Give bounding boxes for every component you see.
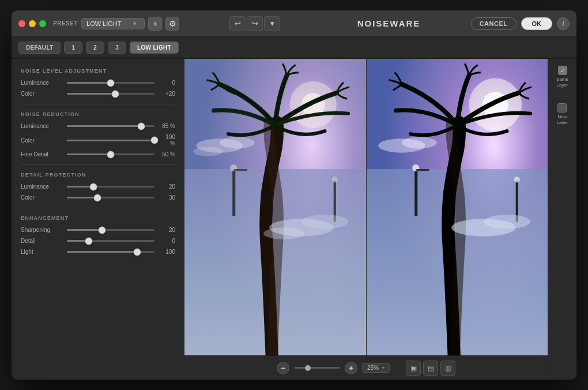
luminance-noise-reduction-value: 85 % — [159, 123, 175, 129]
svg-point-10 — [220, 137, 255, 148]
same-layer-checkbox[interactable]: ✓ — [558, 66, 567, 75]
compare-view-button[interactable]: ▥ — [440, 361, 455, 376]
redo-button[interactable]: ↪ — [247, 16, 263, 31]
light-label: Light — [21, 249, 62, 255]
svg-point-27 — [483, 215, 530, 228]
traffic-lights — [18, 20, 46, 27]
noise-reduction-section: NOISE REDUCTION Luminance 85 % Color — [21, 111, 175, 158]
bottom-bar: − + 25% ▾ ▣ ▤ ▥ — [184, 355, 548, 380]
preset-2-button[interactable]: 2 — [86, 42, 104, 54]
undo-button[interactable]: ↩ — [229, 16, 246, 31]
same-layer-label: SameLayer — [556, 77, 568, 89]
luminance-noise-level-row: Luminance 0 — [21, 80, 175, 86]
sharpening-slider[interactable] — [67, 229, 154, 231]
detail-enhancement-slider[interactable] — [67, 240, 154, 242]
color-noise-level-slider[interactable] — [67, 93, 154, 95]
sharpening-row: Sharpening 20 — [21, 227, 175, 233]
settings-icon[interactable]: ⚙ — [165, 17, 179, 31]
add-preset-button[interactable]: + — [148, 17, 162, 31]
color-detail-label: Color — [21, 194, 62, 201]
luminance-detail-row: Luminance 20 — [21, 183, 175, 190]
color-detail-row: Color 30 — [21, 194, 175, 201]
toolbar-center: ↩ ↪ ▾ Noiseware — [179, 16, 471, 31]
history-buttons: ↩ ↪ ▾ — [229, 16, 280, 31]
sharpening-label: Sharpening — [21, 227, 62, 233]
single-view-button[interactable]: ▣ — [406, 361, 421, 376]
zoom-in-button[interactable]: + — [345, 362, 357, 374]
color-noise-level-row: Color +20 — [21, 91, 175, 97]
svg-point-8 — [332, 177, 338, 182]
minimize-button[interactable] — [29, 20, 36, 27]
svg-point-14 — [263, 228, 304, 239]
preset-area: PRESET LOW LIGHT ▾ + ⚙ — [53, 17, 179, 31]
ok-button[interactable]: OK — [521, 17, 553, 30]
fine-detail-slider[interactable] — [67, 153, 154, 155]
split-view-button[interactable]: ▤ — [423, 361, 438, 376]
fine-detail-row: Fine Detail 50 % — [21, 151, 175, 158]
new-layer-checkbox[interactable] — [557, 103, 567, 112]
luminance-detail-value: 20 — [159, 183, 175, 190]
detail-protection-title: DETAIL PROTECTION — [21, 172, 175, 178]
luminance-noise-reduction-slider[interactable] — [67, 125, 154, 127]
svg-rect-21 — [416, 169, 429, 171]
view-buttons: ▣ ▤ ▥ — [406, 361, 455, 376]
preset-bar: DEFAULT 1 2 3 LOW LIGHT — [12, 37, 576, 59]
svg-point-11 — [193, 147, 223, 156]
color-noise-reduction-label: Color — [21, 137, 62, 144]
preset-3-button[interactable]: 3 — [108, 42, 126, 54]
color-detail-value: 30 — [159, 194, 175, 201]
svg-point-23 — [514, 177, 519, 182]
same-layer-option[interactable]: ✓ SameLayer — [554, 63, 571, 91]
preset-1-button[interactable]: 1 — [64, 42, 82, 54]
zoom-display[interactable]: 25% ▾ — [362, 363, 390, 373]
zoom-out-button[interactable]: − — [277, 362, 289, 374]
preset-label: PRESET — [53, 20, 78, 27]
luminance-detail-slider[interactable] — [67, 186, 154, 187]
enhancement-title: ENHANCEMENT — [21, 215, 175, 221]
preset-default-button[interactable]: DEFAULT — [18, 42, 61, 54]
detail-enhancement-value: 0 — [159, 238, 175, 244]
cancel-button[interactable]: CANCEL — [471, 17, 517, 30]
color-noise-level-value: +20 — [159, 91, 175, 97]
info-button[interactable]: i — [557, 17, 570, 30]
luminance-noise-level-value: 0 — [159, 80, 175, 86]
detail-protection-section: DETAIL PROTECTION Luminance 20 Color — [21, 172, 175, 201]
fine-detail-label: Fine Detail — [21, 151, 62, 158]
left-panel: NOISE LEVEL ADJUSTMENT Luminance 0 Color — [12, 59, 184, 380]
processed-image — [366, 59, 548, 355]
close-button[interactable] — [18, 20, 25, 27]
maximize-button[interactable] — [39, 20, 46, 27]
main-content: NOISE LEVEL ADJUSTMENT Luminance 0 Color — [12, 59, 576, 380]
original-image — [184, 59, 366, 355]
zoom-slider-thumb — [305, 365, 311, 371]
new-layer-option[interactable]: NewLayer — [554, 101, 570, 129]
enhancement-section: ENHANCEMENT Sharpening 20 Detail 0 — [21, 215, 175, 255]
light-row: Light 100 — [21, 249, 175, 255]
history-dropdown-button[interactable]: ▾ — [264, 16, 280, 31]
preset-low-light-button[interactable]: LOW LIGHT — [130, 42, 179, 54]
svg-point-25 — [401, 137, 436, 148]
color-noise-reduction-row: Color 100 % — [21, 134, 175, 147]
luminance-noise-level-slider[interactable] — [67, 82, 154, 84]
color-noise-reduction-slider[interactable] — [67, 140, 154, 141]
title-bar: PRESET LOW LIGHT ▾ + ⚙ ↩ ↪ ▾ Noiseware C… — [12, 10, 576, 37]
fine-detail-value: 50 % — [159, 151, 175, 158]
sharpening-value: 20 — [159, 227, 175, 233]
noise-level-title: NOISE LEVEL ADJUSTMENT — [21, 68, 175, 74]
palm-image — [184, 59, 548, 355]
luminance-noise-reduction-label: Luminance — [21, 123, 62, 129]
color-detail-slider[interactable] — [67, 197, 154, 198]
chevron-down-icon: ▾ — [133, 20, 136, 27]
new-layer-label: NewLayer — [556, 114, 568, 126]
zoom-slider[interactable] — [294, 367, 340, 369]
color-noise-reduction-value: 100 % — [159, 134, 175, 147]
light-slider[interactable] — [67, 251, 154, 253]
detail-enhancement-label: Detail — [21, 238, 62, 244]
light-value: 100 — [159, 249, 175, 255]
svg-rect-4 — [232, 169, 235, 216]
noise-reduction-title: NOISE REDUCTION — [21, 111, 175, 117]
color-noise-level-label: Color — [21, 91, 62, 97]
app-title: Noiseware — [357, 18, 421, 28]
preset-dropdown[interactable]: LOW LIGHT ▾ — [81, 18, 145, 29]
preset-value: LOW LIGHT — [86, 20, 122, 27]
